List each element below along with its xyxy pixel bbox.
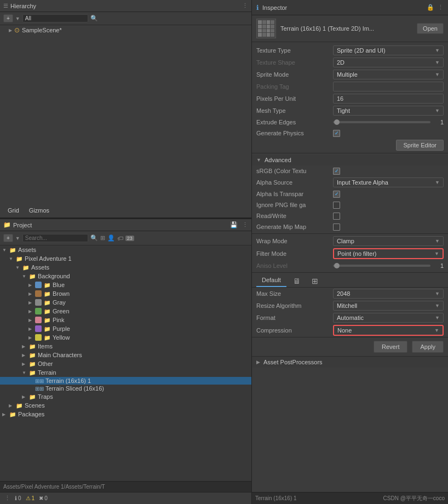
mesh-type-dropdown[interactable]: Tight ▼	[333, 106, 444, 116]
revert-button[interactable]: Revert	[374, 341, 407, 353]
tree-blue[interactable]: ▶ 📁 Blue	[0, 280, 251, 289]
tree-background[interactable]: ▼ 📁 Background	[0, 272, 251, 280]
tree-assets[interactable]: ▼ 📁 Assets	[0, 245, 251, 254]
tree-terrain-16x16-1[interactable]: ⊞⊞ Terrain (16x16) 1	[0, 377, 251, 385]
tc9	[258, 29, 262, 33]
hierarchy-search-input[interactable]	[22, 14, 88, 22]
tree-assets-sub[interactable]: ▼ 📁 Assets	[0, 263, 251, 272]
project-save-icon[interactable]: 💾	[230, 221, 238, 228]
yellow-arrow: ▶	[28, 335, 35, 340]
packages-icon: 📁	[9, 410, 16, 418]
tree-pixel-adventure[interactable]: ▼ 📁 Pixel Adventure 1	[0, 254, 251, 263]
project-person-icon[interactable]: 👤	[107, 234, 115, 242]
inspector-menu-icon[interactable]: ⋮	[438, 4, 444, 11]
tree-other[interactable]: ▶ 📁 Other	[0, 359, 251, 368]
packing-tag-label: Packing Tag	[256, 83, 333, 90]
read-write-checkbox[interactable]	[333, 213, 340, 220]
brown-icon: 📁	[43, 290, 51, 297]
packages-arrow: ▶	[2, 412, 9, 417]
hierarchy-label: Hierarchy	[10, 3, 36, 9]
asset-open-button[interactable]: Open	[417, 23, 444, 34]
pixels-per-unit-input[interactable]	[333, 94, 444, 104]
pixel-label: Pixel Adventure 1	[25, 255, 72, 262]
pixel-folder-icon: 📁	[15, 255, 23, 262]
texture-shape-dropdown[interactable]: 2D ▼	[333, 58, 444, 67]
mesh-type-label: Mesh Type	[256, 107, 333, 114]
scenes-label: Scenes	[25, 402, 45, 409]
sprite-editor-button[interactable]: Sprite Editor	[396, 140, 444, 151]
gizmos-button[interactable]: Gizmos	[26, 206, 53, 215]
terrain-sliced-label: Terrain Sliced (16x16)	[45, 385, 104, 392]
blue-swatch	[35, 282, 42, 288]
project-add-button[interactable]: +	[3, 234, 13, 242]
format-row: Format Automatic ▼	[252, 312, 448, 324]
extrude-slider-thumb[interactable]	[334, 119, 340, 125]
compression-dropdown[interactable]: None ▼	[333, 325, 444, 336]
filter-mode-dropdown[interactable]: Point (no filter) ▼	[333, 248, 444, 259]
other-label: Other	[38, 360, 53, 367]
main-layout: ☰ Hierarchy ⋮ + ▼ 🔍 ▶	[0, 0, 448, 504]
tc14	[262, 33, 266, 37]
srgb-checkbox[interactable]	[333, 168, 340, 175]
asset-post-processors-section[interactable]: ▶ Asset PostProcessors	[252, 356, 448, 368]
aniso-slider-thumb[interactable]	[334, 263, 340, 268]
max-size-dropdown[interactable]: 2048 ▼	[333, 289, 444, 299]
apply-button[interactable]: Apply	[412, 341, 444, 353]
aniso-slider-track[interactable]	[333, 265, 430, 267]
generate-mip-checkbox[interactable]	[333, 224, 340, 231]
tree-packages[interactable]: ▶ 📁 Packages	[0, 410, 251, 419]
project-add-arrow[interactable]: ▼	[15, 236, 20, 241]
platform-tab-grid[interactable]: ⊞	[307, 275, 323, 287]
background-icon: 📁	[28, 272, 36, 280]
inspector-lock-icon[interactable]: 🔒	[427, 4, 434, 11]
project-search-input[interactable]	[22, 234, 88, 242]
tree-items[interactable]: ▶ 📁 Items	[0, 342, 251, 351]
purple-label: Purple	[53, 325, 70, 332]
sprite-mode-label: Sprite Mode	[256, 71, 333, 78]
hierarchy-scene-item[interactable]: ▶ ⊙ SampleScene*	[0, 25, 251, 35]
tree-brown[interactable]: ▶ 📁 Brown	[0, 289, 251, 298]
tc1	[258, 20, 262, 24]
tree-scenes[interactable]: ▶ 📁 Scenes	[0, 401, 251, 410]
generate-physics-checkbox[interactable]	[333, 130, 340, 137]
alpha-transparent-checkbox[interactable]	[333, 191, 340, 198]
resize-algo-dropdown[interactable]: Mitchell ▼	[333, 301, 444, 311]
tree-yellow[interactable]: ▶ 📁 Yellow	[0, 333, 251, 342]
tree-gray[interactable]: ▶ 📁 Gray	[0, 298, 251, 307]
project-menu-icon[interactable]: ⋮	[242, 221, 248, 228]
sprite-mode-dropdown[interactable]: Multiple ▼	[333, 70, 444, 79]
tree-terrain-folder[interactable]: ▼ 📁 Terrain	[0, 368, 251, 377]
wrap-mode-dropdown[interactable]: Clamp ▼	[333, 236, 444, 246]
ignore-png-checkbox[interactable]	[333, 202, 340, 209]
platform-tab-monitor[interactable]: 🖥	[289, 275, 305, 287]
alpha-source-dropdown[interactable]: Input Texture Alpha ▼	[333, 177, 444, 187]
format-dropdown[interactable]: Automatic ▼	[333, 313, 444, 323]
tree-pink[interactable]: ▶ 📁 Pink	[0, 316, 251, 324]
alpha-source-label: Alpha Source	[256, 179, 333, 186]
packing-tag-input[interactable]	[333, 82, 444, 91]
tree-purple[interactable]: ▶ 📁 Purple	[0, 324, 251, 333]
inspector-header: ℹ Inspector 🔒 ⋮	[252, 0, 448, 15]
project-badge: 23	[125, 236, 134, 241]
project-tag-icon[interactable]: 🏷	[117, 235, 123, 242]
tree-green[interactable]: ▶ 📁 Green	[0, 307, 251, 316]
grid-button[interactable]: Grid	[4, 206, 22, 215]
purple-icon: 📁	[43, 325, 51, 333]
generate-physics-label: Generate Physics	[256, 130, 333, 136]
generate-mip-row: Generate Mip Map	[252, 221, 448, 232]
texture-type-dropdown[interactable]: Sprite (2D and UI) ▼	[333, 45, 444, 55]
blue-label: Blue	[53, 282, 65, 288]
tree-terrain-sliced[interactable]: ⊞⊞ Terrain Sliced (16x16)	[0, 385, 251, 392]
project-filter-icon[interactable]: ⊞	[100, 234, 105, 242]
platform-tab-default[interactable]: Default	[256, 275, 286, 287]
wrap-mode-arrow: ▼	[435, 238, 440, 244]
three-dots-icon[interactable]: ⋮	[4, 495, 10, 502]
tree-main-characters[interactable]: ▶ 📁 Main Characters	[0, 351, 251, 359]
tree-traps[interactable]: ▶ 📁 Traps	[0, 392, 251, 401]
hierarchy-menu-icon[interactable]: ⋮	[242, 2, 248, 9]
hierarchy-add-arrow[interactable]: ▼	[15, 16, 20, 21]
advanced-section-header[interactable]: ▼ Advanced	[252, 154, 448, 165]
hierarchy-add-button[interactable]: +	[3, 14, 13, 22]
pink-arrow: ▶	[28, 318, 35, 323]
extrude-slider-track[interactable]	[333, 121, 430, 123]
